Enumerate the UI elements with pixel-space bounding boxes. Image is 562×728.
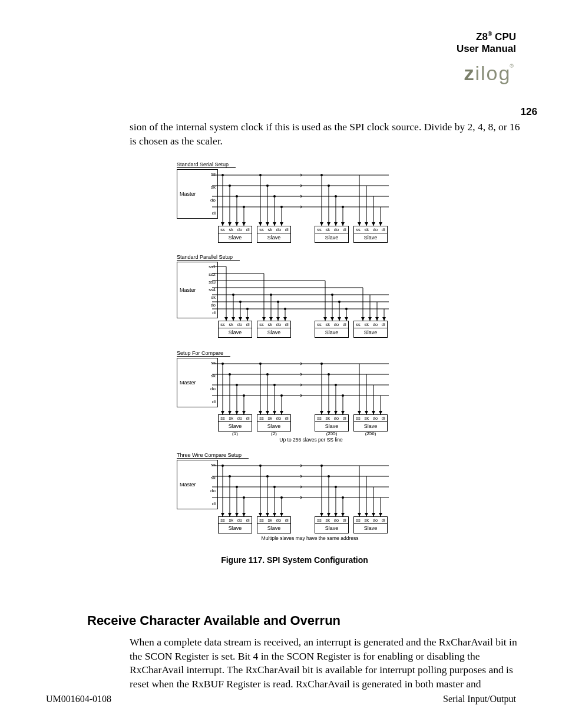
page-footer: UM001604-0108 Serial Input/Output (46, 694, 516, 704)
slave-label: Slave (354, 422, 387, 431)
zilog-logo: zilog® (464, 62, 516, 85)
slave-label: Slave (315, 422, 348, 431)
slave-label: Slave (257, 233, 290, 242)
logo-row: zilog® (457, 62, 516, 85)
slave-box: ssskdodiSlave (353, 321, 388, 338)
sp: sk (268, 518, 273, 523)
slaves-row-4: ssskdodiSlave ssskdodiSlave ssskdodiSlav… (218, 516, 388, 533)
master-label-3: Master (180, 380, 196, 386)
sp: sk (268, 227, 273, 232)
sp: do (276, 416, 281, 421)
slave-box: ssskdodi Slave (218, 226, 252, 243)
sp: do (237, 416, 242, 421)
sp: ss (220, 416, 225, 421)
slave-label: Slave (219, 233, 252, 242)
section-heading: Receive Character Available and Overrun (87, 613, 340, 628)
slave-label: Slave (354, 328, 387, 337)
slave-label: Slave (315, 328, 348, 337)
sp: ss (317, 518, 322, 523)
paragraph-receive-char: When a complete data stream is received,… (130, 635, 524, 691)
slave-label: Slave (219, 524, 252, 533)
sp: do (276, 227, 281, 232)
slave-box: ssskdodi Slave (353, 226, 388, 243)
setup1-title: Standard Serial Setup (177, 162, 236, 168)
setup-three-wire-compare: Three Wire Compare Setup Master ss sk do… (177, 449, 412, 547)
slave-box: ssskdodiSlave(256) (353, 414, 388, 431)
slave-box: ssskdodiSlave(2) (257, 414, 291, 431)
mid-note-3: Up to 256 slaves per SS line (252, 437, 370, 443)
setup-standard-serial: Standard Serial Setup Master ss sk do di (177, 158, 412, 247)
slave-box: ssskdodiSlave (218, 321, 252, 338)
sp: ss (259, 322, 264, 327)
slave-label: Slave (219, 422, 252, 431)
prod-suffix: CPU (492, 31, 516, 42)
sp: di (343, 322, 346, 327)
slaves-row-2: ssskdodiSlave ssskdodiSlave ssskdodiSlav… (218, 321, 388, 338)
setup2-title: Standard Parallel Setup (177, 254, 240, 261)
sp: di (285, 416, 289, 421)
slave-label: Slave (315, 233, 348, 242)
master-label-2: Master (180, 287, 196, 293)
sp: sk (268, 322, 273, 327)
sp: di (382, 518, 385, 523)
sp: do (276, 518, 281, 523)
slave-box: ssskdodi Slave (315, 226, 349, 243)
sp: do (334, 322, 339, 327)
mid-note-4: Multiple slaves may have the same addres… (233, 535, 386, 541)
slave-label: Slave (257, 524, 290, 533)
sp: di (285, 227, 289, 232)
sp: sk (229, 227, 234, 232)
footer-left: UM001604-0108 (46, 694, 111, 704)
sp: di (382, 322, 385, 327)
sp: di (343, 416, 346, 421)
slave-sub-2: (2) (257, 431, 290, 436)
slave-box: ssskdodiSlave(255) (315, 414, 349, 431)
sp: sk (326, 518, 330, 523)
sp: do (276, 322, 281, 327)
sp: di (285, 322, 289, 327)
logo-rest: ilog (475, 62, 511, 84)
sp: di (246, 518, 250, 523)
sp: do (334, 227, 339, 232)
sp: do (373, 227, 378, 232)
page-header: Z8® CPU User Manual zilog® 126 (457, 31, 516, 85)
product-line-1: Z8® CPU (457, 31, 516, 43)
sp: ss (220, 227, 225, 232)
slave-box: ssskdodiSlave (218, 516, 252, 533)
sp: sk (365, 227, 369, 232)
sp: ss (259, 416, 264, 421)
sp: di (382, 227, 385, 232)
sp: sk (326, 416, 330, 421)
sp: sk (365, 518, 369, 523)
sp: do (373, 518, 378, 523)
master-label-1: Master (180, 191, 196, 197)
slave-label: Slave (257, 422, 290, 431)
figure-spi-config: Standard Serial Setup Master ss sk do di (177, 158, 412, 565)
master-label-4: Master (180, 482, 196, 487)
slave-label: Slave (315, 524, 348, 533)
sp: di (382, 416, 385, 421)
sp: sk (326, 322, 330, 327)
slave-box: ssskdodiSlave (257, 516, 291, 533)
sp: ss (259, 227, 264, 232)
sp: sk (326, 227, 330, 232)
sp: sk (229, 322, 234, 327)
slave-sub-255: (255) (315, 431, 348, 436)
slave-sub-256: (256) (354, 431, 387, 436)
sp: sk (268, 416, 273, 421)
slave-box: ssskdodiSlave(1) (218, 414, 252, 431)
page-number: 126 (521, 106, 537, 118)
sp: ss (356, 518, 361, 523)
sp: ss (220, 322, 225, 327)
sp: do (373, 416, 378, 421)
slave-box: ssskdodiSlave (315, 516, 349, 533)
sp: sk (365, 322, 369, 327)
sp: do (373, 322, 378, 327)
slave-label: Slave (354, 524, 387, 533)
setup-standard-parallel: Standard Parallel Setup Master ss1 ss2 s… (177, 251, 412, 343)
sp: ss (220, 518, 225, 523)
paragraph-continuation: sion of the internal system clock if thi… (130, 120, 524, 148)
sp: ss (259, 518, 264, 523)
slaves-row-1: ssskdodi Slave ssskdodi Slave ssskdodi S… (218, 226, 388, 243)
sp: do (237, 322, 242, 327)
